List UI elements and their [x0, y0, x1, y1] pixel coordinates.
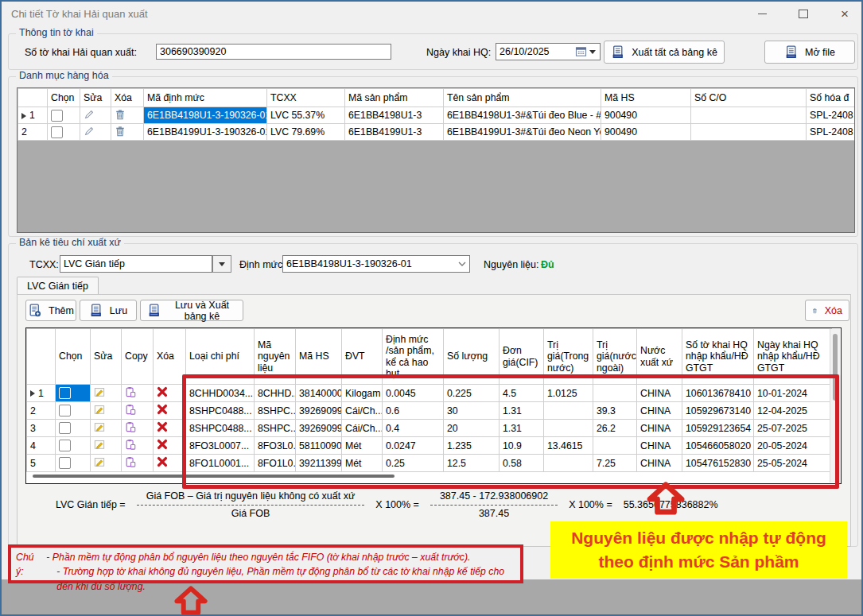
copy-icon[interactable] [125, 439, 136, 450]
delete-x-icon[interactable] [157, 386, 168, 397]
open-file-label: Mở file [805, 47, 835, 58]
edit-pencil-icon[interactable] [84, 126, 95, 137]
col-ma-dinh-muc[interactable]: Mã định mức [144, 89, 267, 107]
open-file-button[interactable]: Mở file [764, 41, 855, 64]
cell-so-hoa-don: SPL-2408 [807, 107, 856, 124]
delete-label: Xóa [825, 305, 842, 316]
tab-lvc-gian-tiep[interactable]: LVC Gián tiếp [17, 277, 99, 295]
date-label: Ngày khai HQ: [426, 47, 491, 58]
row-checkbox[interactable] [51, 110, 63, 122]
declaration-no-input[interactable] [156, 44, 391, 60]
group-label-declaration-info: Thông tin tờ khai [16, 27, 97, 38]
tcxx-input[interactable] [60, 255, 212, 273]
cell-ma-san-pham: 6E1BB4199U1-3 [345, 124, 444, 141]
row-selector-header [18, 89, 48, 107]
col-xoa[interactable]: Xóa [111, 89, 144, 107]
dinh-muc-value: 6E1BB4198U1-3-190326-01 [286, 258, 412, 269]
save-export-label: Lưu và Xuất bảng kê [168, 300, 236, 322]
copy-icon[interactable] [125, 404, 136, 415]
goods-row[interactable]: 2 6E1BB4199U1-3-190326-01 LVC 79.69% 6E1… [18, 124, 856, 141]
annotation-highlight-rect [182, 374, 839, 489]
row-checkbox[interactable] [51, 126, 63, 138]
row-number: 4 [30, 440, 36, 451]
goods-row[interactable]: 1 6E1BB4198U1-3-190326-01 LVC 55.37% 6E1… [18, 107, 856, 124]
copy-icon[interactable] [125, 386, 136, 397]
maximize-icon [799, 10, 808, 18]
row-checkbox[interactable] [59, 422, 71, 434]
col-copy[interactable]: Copy [122, 329, 154, 385]
col-ma-hs[interactable]: Mã HS [601, 89, 691, 107]
col-so-hoa-don[interactable]: Số hóa đ [807, 89, 856, 107]
delete-x-icon[interactable] [157, 439, 168, 450]
cell-ma-dinh-muc[interactable]: 6E1BB4199U1-3-190326-01 [144, 124, 267, 141]
cell-so-co [691, 107, 807, 124]
edit-note-icon[interactable] [94, 456, 105, 467]
declaration-info-group: Thông tin tờ khai Số tờ khai Hải quan xu… [8, 33, 858, 70]
delete-x-icon[interactable] [157, 421, 168, 432]
edit-note-icon[interactable] [94, 439, 105, 450]
close-button[interactable]: × [838, 6, 852, 21]
edit-note-icon[interactable] [94, 386, 105, 397]
trash-icon[interactable] [115, 109, 126, 120]
save-export-button[interactable]: Lưu và Xuất bảng kê [140, 300, 243, 321]
callout-line-2: theo định mức Sản phầm [598, 550, 799, 574]
edit-pencil-icon[interactable] [84, 109, 95, 120]
close-icon: × [841, 7, 849, 21]
row-checkbox[interactable] [59, 405, 71, 416]
col-tcxx[interactable]: TCXX [267, 89, 345, 107]
minimize-button[interactable] [755, 6, 769, 21]
chevron-down-icon [458, 262, 466, 266]
dropdown-arrow-icon [589, 50, 596, 54]
formula-label: LVC Gián tiếp = [56, 499, 126, 510]
formula-multiply: X 100% = [375, 499, 419, 510]
col-sua[interactable]: Sửa [91, 329, 122, 385]
col-chon[interactable]: Chọn [48, 89, 80, 107]
copy-icon[interactable] [125, 456, 136, 467]
delete-button[interactable]: Xóa [805, 300, 849, 321]
formula-numerator: Giá FOB – Giá trị nguyên liệu không có x… [137, 490, 365, 506]
delete-x-icon[interactable] [157, 456, 168, 467]
row-checkbox[interactable] [59, 457, 71, 469]
trash-icon[interactable] [115, 126, 126, 137]
group-label-criteria: Bản kê tiêu chí xuất xứ [16, 237, 124, 248]
nguyen-lieu-label: Nguyên liệu: [484, 259, 539, 270]
maximize-button[interactable] [796, 6, 811, 21]
col-sua[interactable]: Sửa [80, 89, 111, 107]
formula-multiply-2: X 100% = [569, 499, 612, 510]
add-document-icon [28, 304, 41, 317]
row-checkbox[interactable] [59, 387, 71, 399]
export-all-button[interactable]: Xuất tất cả bảng kê [604, 41, 725, 64]
current-row-marker [30, 390, 35, 397]
annotation-arrow-up-icon [170, 586, 212, 615]
col-so-co[interactable]: Số C/O [691, 89, 807, 107]
cell-so-hoa-don: SPL-2408 [807, 124, 856, 141]
col-chon[interactable]: Chọn [56, 329, 91, 385]
edit-note-icon[interactable] [94, 404, 105, 415]
dinh-muc-combobox[interactable]: 6E1BB4198U1-3-190326-01 [282, 255, 470, 273]
add-button[interactable]: Thêm [25, 300, 76, 321]
delete-x-icon[interactable] [157, 404, 168, 415]
date-picker[interactable]: 26/10/2025 [496, 43, 601, 60]
save-button[interactable]: Lưu [80, 300, 137, 321]
col-ten-san-pham[interactable]: Tên sản phẩm [444, 89, 601, 107]
cell-ten-san-pham: 6E1BB4199U1-3#&Túi đeo Neon Yel... [444, 124, 601, 141]
row-number: 2 [30, 405, 36, 416]
note-prefix: Chú ý: [16, 550, 40, 578]
row-number: 1 [29, 110, 35, 121]
tcxx-dropdown-button[interactable] [212, 255, 231, 273]
trash-icon [812, 305, 818, 316]
cell-ma-san-pham: 6E1BB4198U1-3 [345, 107, 444, 124]
cell-ma-dinh-muc[interactable]: 6E1BB4198U1-3-190326-01 [144, 107, 267, 124]
cell-ma-hs: 900490 [601, 107, 691, 124]
cell-so-co [691, 124, 807, 141]
report-icon [611, 45, 624, 59]
annotation-arrow-up-icon [646, 482, 686, 515]
calendar-icon [575, 46, 587, 57]
row-checkbox[interactable] [59, 440, 71, 451]
col-xoa[interactable]: Xóa [154, 329, 186, 385]
edit-note-icon[interactable] [94, 421, 105, 432]
col-ma-san-pham[interactable]: Mã sản phẩm [345, 89, 444, 107]
lvc-formula: LVC Gián tiếp = Giá FOB – Giá trị nguyên… [56, 490, 718, 519]
copy-icon[interactable] [125, 421, 136, 432]
save-label: Lưu [110, 305, 127, 316]
